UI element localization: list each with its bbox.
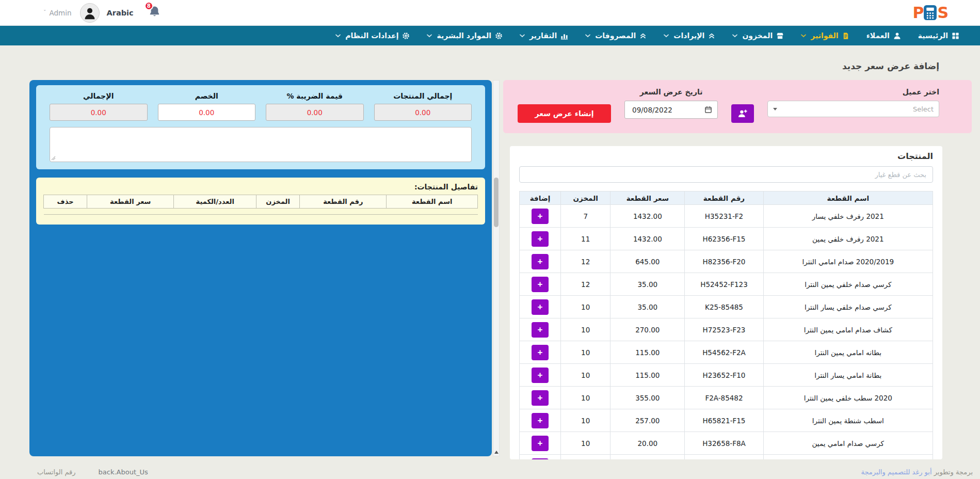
- products-search-input[interactable]: [519, 166, 933, 183]
- add-customer-button[interactable]: [731, 104, 754, 123]
- totals-row: إجمالي المنتجات قيمة الضريبة % الخصم الإ…: [50, 92, 472, 121]
- product-price-cell: 20.00: [611, 432, 685, 455]
- tax-label: قيمة الضريبة %: [266, 92, 364, 100]
- tax-input: [266, 104, 364, 121]
- details-col-delete: حذف: [44, 195, 87, 209]
- product-number-cell: H52452-F123: [685, 273, 763, 296]
- calendar-icon: [704, 106, 712, 114]
- logo-letter-s: S: [937, 4, 948, 22]
- scroll-up-icon[interactable]: [494, 451, 499, 454]
- product-row: 2020 سطب خلفي يمين النترا F2A-85482 355.…: [520, 387, 933, 409]
- nav-label: الإيرادات: [673, 31, 704, 40]
- add-product-button[interactable]: +: [532, 322, 549, 338]
- product-number-cell: H82356-F20: [685, 250, 763, 273]
- quote-date-input[interactable]: 09/08/2022: [624, 101, 718, 119]
- nav-item-system-settings[interactable]: إعدادات النظام: [335, 31, 410, 40]
- product-price-cell: 115.00: [611, 341, 685, 364]
- add-product-button[interactable]: +: [532, 209, 549, 224]
- tax-field: قيمة الضريبة %: [266, 92, 364, 121]
- products-section: المنتجات اسم القطعة رقم القطعة سعر القطع…: [510, 146, 942, 459]
- nav-item-expenses[interactable]: المصروفات: [585, 31, 647, 40]
- add-product-button[interactable]: +: [532, 458, 549, 460]
- footer-credit-link[interactable]: أبو رغد للتصميم والبرمجة: [861, 468, 931, 476]
- product-stock-cell: 12: [561, 273, 611, 296]
- discount-field: الخصم: [158, 92, 256, 121]
- details-empty-row: [44, 209, 478, 215]
- nav-item-hr[interactable]: الموارد البشرية: [427, 31, 503, 40]
- product-price-cell: [611, 455, 685, 460]
- product-number-cell: H65821-F15: [685, 409, 763, 432]
- add-product-button[interactable]: +: [532, 277, 549, 292]
- product-add-cell: +: [520, 432, 561, 455]
- about-link[interactable]: back.About_Us: [99, 468, 148, 476]
- gear-icon: [402, 32, 410, 40]
- product-name-cell: كرسي صدام خلفي يمين النترا: [763, 273, 933, 296]
- discount-input[interactable]: [158, 104, 256, 121]
- page-scrollbar[interactable]: [493, 80, 500, 456]
- product-stock-cell: 10: [561, 432, 611, 455]
- chevron-down-icon: [585, 34, 590, 38]
- add-product-button[interactable]: +: [532, 231, 549, 247]
- product-number-cell: F2A-85482: [685, 387, 763, 409]
- angles-up-icon: [708, 32, 715, 39]
- page-title: إضافة عرض سعر جديد: [842, 61, 939, 71]
- nav-label: الفواتير: [811, 31, 838, 40]
- add-product-button[interactable]: +: [532, 390, 549, 406]
- product-price-cell: 1432.00: [611, 205, 685, 228]
- products-table: اسم القطعة رقم القطعة سعر القطعة المخزن …: [519, 191, 933, 459]
- nav-item-customers[interactable]: العملاء: [866, 31, 901, 40]
- nav-item-home[interactable]: الرئيسية: [918, 31, 959, 40]
- product-price-cell: 645.00: [611, 250, 685, 273]
- app-logo[interactable]: P S: [912, 4, 948, 22]
- quote-details-card: تفاصيل المنتجات: اسم القطعة رقم القطعة ا…: [36, 178, 485, 225]
- product-price-cell: 1432.00: [611, 228, 685, 250]
- nav-item-reports[interactable]: التقارير: [520, 31, 568, 40]
- notes-textarea[interactable]: [50, 127, 472, 162]
- product-name-cell: بطانه امامي يمين النترا: [763, 341, 933, 364]
- product-add-cell: +: [520, 296, 561, 318]
- details-col-number: رقم القطعة: [300, 195, 387, 209]
- add-product-button[interactable]: +: [532, 254, 549, 269]
- footer: برمجة وتطوير أبو رغد للتصميم والبرمجة ba…: [0, 465, 980, 479]
- whatsapp-link[interactable]: رقم الواتساب: [37, 468, 76, 476]
- notifications-button[interactable]: 8: [148, 5, 161, 20]
- product-name-cell: كشاف صدام امامي يمين النترا: [763, 318, 933, 341]
- nav-item-invoices[interactable]: الفواتير: [801, 31, 849, 40]
- resize-grip-icon[interactable]: [51, 156, 56, 161]
- product-number-cell: H54562-F2A: [685, 341, 763, 364]
- product-add-cell: +: [520, 318, 561, 341]
- products-table-body: 2021 رفرف خلفي يسار H35231-F2 1432.00 7 …: [520, 205, 933, 460]
- add-product-button[interactable]: +: [532, 299, 549, 315]
- product-price-cell: 35.00: [611, 296, 685, 318]
- nav-item-inventory[interactable]: المخزون: [732, 31, 784, 40]
- add-product-button[interactable]: +: [532, 368, 549, 383]
- product-row: بطانه امامي يمين النترا H54562-F2A 115.0…: [520, 341, 933, 364]
- grand-total-label: الإجمالي: [50, 92, 148, 100]
- product-number-cell: H62356-F15: [685, 228, 763, 250]
- admin-menu[interactable]: ˇ Admin: [43, 9, 72, 17]
- users-icon: [893, 32, 901, 40]
- main-navbar: الرئيسية العملاء الفواتير المخزون: [0, 26, 980, 45]
- customer-select[interactable]: Select: [767, 101, 939, 117]
- product-price-cell: 270.00: [611, 318, 685, 341]
- add-product-button[interactable]: +: [532, 413, 549, 428]
- product-row: 2020/2019 صدام امامي النترا H82356-F20 6…: [520, 250, 933, 273]
- add-product-button[interactable]: +: [532, 436, 549, 451]
- nav-label: التقارير: [529, 31, 557, 40]
- product-row: كرسي صدام خلفي يمين النترا H52452-F123 3…: [520, 273, 933, 296]
- product-stock-cell: 10: [561, 341, 611, 364]
- product-row: كرسي صدام خلفي يسار النترا K25-85485 35.…: [520, 296, 933, 318]
- add-product-button[interactable]: +: [532, 345, 549, 360]
- language-label: Arabic: [107, 9, 134, 17]
- chevron-down-icon: [732, 34, 737, 38]
- scrollbar-thumb[interactable]: [494, 178, 499, 227]
- products-col-price: سعر القطعة: [611, 191, 685, 205]
- chevron-down-icon: ˇ: [43, 9, 46, 16]
- avatar[interactable]: [80, 3, 100, 23]
- product-row: اسطب شنطة يمين النترا H65821-F15 257.00 …: [520, 409, 933, 432]
- product-add-cell: +: [520, 228, 561, 250]
- nav-item-revenues[interactable]: الإيرادات: [664, 31, 715, 40]
- totals-card: إجمالي المنتجات قيمة الضريبة % الخصم الإ…: [36, 85, 485, 169]
- create-quote-button[interactable]: إنشاء عرض سعر: [518, 104, 611, 123]
- product-row: 2021 رفرف خلفي يسار H35231-F2 1432.00 7 …: [520, 205, 933, 228]
